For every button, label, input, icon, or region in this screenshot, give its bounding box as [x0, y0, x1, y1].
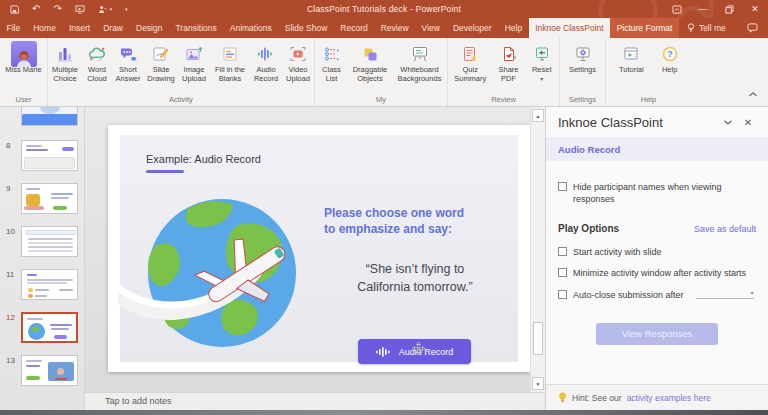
- tab-slide-show[interactable]: Slide Show: [278, 18, 334, 38]
- save-as-default-link[interactable]: Save as default: [694, 224, 756, 234]
- slide-audio-record-button[interactable]: Audio Record: [358, 339, 471, 364]
- tab-animations[interactable]: Animations: [223, 18, 278, 38]
- slide-number: 13: [6, 356, 15, 365]
- scroll-up-icon[interactable]: ▲: [532, 109, 544, 122]
- slide-number: 9: [6, 184, 10, 193]
- activity-examples-link[interactable]: activity examples here: [627, 393, 711, 403]
- whiteboard-backgrounds-icon: [410, 43, 430, 65]
- word-cloud-button[interactable]: Word Cloud: [82, 43, 112, 84]
- slide-canvas[interactable]: Example: Audio Record: [108, 125, 530, 372]
- user-avatar: [11, 41, 37, 67]
- view-responses-button[interactable]: View Responses: [596, 323, 718, 345]
- image-upload-button[interactable]: Image Upload: [178, 43, 210, 84]
- slide-number: 11: [6, 270, 14, 279]
- start-activity-option[interactable]: Start activity with slide: [558, 246, 756, 258]
- ribbon-display-options-icon[interactable]: [664, 0, 690, 18]
- title-bar: ↶ ↷ ▾ ▾ ClassPoint Tutorials deck - Powe…: [0, 0, 768, 18]
- ribbon-group-review: Quiz Summary Share PDF Reset ▾ Review: [448, 38, 560, 106]
- tab-developer[interactable]: Developer: [446, 18, 498, 38]
- slide-drawing-button[interactable]: Slide Drawing: [144, 43, 178, 84]
- ribbon-group-help: Tutorial ? Help Help: [606, 38, 691, 106]
- tab-insert[interactable]: Insert: [62, 18, 96, 38]
- undo-icon[interactable]: ↶: [32, 4, 40, 14]
- question-mark-icon: ?: [660, 43, 680, 65]
- user-profile-button[interactable]: Miss Marie: [4, 43, 44, 75]
- gear-icon: [573, 43, 593, 65]
- tell-me-button[interactable]: Tell me: [679, 18, 734, 38]
- quick-access-toolbar: ↶ ↷ ▾ ▾: [0, 4, 128, 14]
- auto-close-checkbox[interactable]: [558, 290, 567, 299]
- short-answer-button[interactable]: Short Answer: [112, 43, 144, 84]
- tab-design[interactable]: Design: [130, 18, 169, 38]
- fill-in-the-blanks-button[interactable]: Fill in the Blanks: [210, 43, 250, 84]
- ribbon-group-settings: Settings Settings: [560, 38, 606, 106]
- group-label-help: Help: [606, 95, 691, 104]
- tab-inknoe-classpoint[interactable]: Inknoe ClassPoint: [529, 18, 611, 38]
- close-icon[interactable]: ✕: [742, 0, 768, 18]
- tab-home[interactable]: Home: [27, 18, 63, 38]
- save-icon[interactable]: [10, 5, 19, 14]
- help-button[interactable]: ? Help: [657, 43, 683, 75]
- hide-names-checkbox[interactable]: [558, 182, 567, 191]
- draggable-objects-icon: [360, 43, 380, 65]
- task-pane-header: Inknoe ClassPoint ✕: [546, 107, 768, 137]
- tab-help[interactable]: Help: [498, 18, 528, 38]
- classpoint-task-pane: Inknoe ClassPoint ✕ Audio Record Hide pa…: [545, 107, 768, 410]
- lightbulb-icon: [558, 392, 567, 404]
- scrollbar-thumb[interactable]: [533, 322, 543, 355]
- settings-button[interactable]: Settings: [563, 43, 603, 75]
- tab-picture-format[interactable]: Picture Format: [610, 18, 679, 38]
- whiteboard-backgrounds-button[interactable]: Whiteboard Backgrounds: [394, 43, 446, 84]
- start-activity-checkbox[interactable]: [558, 247, 567, 256]
- minimize-icon[interactable]: —: [690, 0, 716, 18]
- tutorial-button[interactable]: Tutorial: [614, 43, 648, 75]
- auto-close-option[interactable]: Auto-close submission after ▾: [558, 289, 756, 301]
- notes-area[interactable]: Tap to add notes: [85, 392, 545, 410]
- comments-icon[interactable]: [747, 18, 768, 38]
- class-list-button[interactable]: Class List: [317, 43, 347, 84]
- redo-icon[interactable]: ↷: [53, 4, 61, 14]
- minimize-window-checkbox[interactable]: [558, 268, 567, 277]
- tab-review[interactable]: Review: [374, 18, 415, 38]
- presenter-icon[interactable]: ▾: [98, 4, 112, 14]
- slide-thumbnail-panel: 8 9 10 11 12 13: [0, 107, 85, 410]
- hint-text: Hint: See our: [572, 393, 622, 403]
- collapse-ribbon-icon[interactable]: [748, 90, 758, 100]
- close-pane-icon[interactable]: ✕: [738, 112, 758, 132]
- scroll-down-icon[interactable]: ▼: [532, 377, 544, 390]
- start-slideshow-icon[interactable]: [75, 5, 85, 14]
- group-label-settings: Settings: [560, 95, 605, 104]
- slide-editor: Example: Audio Record: [85, 107, 545, 410]
- reset-button[interactable]: Reset ▾: [527, 43, 557, 82]
- slide-button-label: Audio Record: [399, 347, 454, 357]
- share-pdf-button[interactable]: Share PDF: [493, 43, 525, 84]
- tab-draw[interactable]: Draw: [97, 18, 130, 38]
- activity-section-header: Audio Record: [546, 137, 768, 161]
- group-label-activity: Activity: [48, 95, 314, 104]
- tab-view[interactable]: View: [415, 18, 446, 38]
- draggable-objects-button[interactable]: Draggable Objects: [348, 43, 392, 84]
- window-controls: — ✕: [664, 0, 768, 18]
- hide-names-option[interactable]: Hide participant names when viewing resp…: [558, 181, 743, 205]
- multiple-choice-button[interactable]: Multiple Choice: [48, 43, 82, 84]
- customize-quick-access-icon[interactable]: ▾: [125, 7, 128, 12]
- vertical-scrollbar[interactable]: ▲ ▼: [530, 107, 545, 392]
- tab-file[interactable]: File: [0, 18, 27, 38]
- video-upload-button[interactable]: Video Upload: [282, 43, 314, 84]
- auto-close-duration-dropdown[interactable]: ▾: [696, 289, 754, 299]
- tab-transitions[interactable]: Transitions: [169, 18, 223, 38]
- tab-record[interactable]: Record: [334, 18, 374, 38]
- start-activity-label: Start activity with slide: [573, 246, 662, 258]
- minimize-window-option[interactable]: Minimize activity window after activity …: [558, 267, 756, 279]
- task-pane-body: Hide participant names when viewing resp…: [546, 161, 768, 345]
- slide-number: 10: [6, 227, 15, 236]
- restore-icon[interactable]: [716, 0, 742, 18]
- reset-icon: [532, 43, 552, 65]
- quiz-summary-icon: [460, 43, 480, 65]
- quiz-summary-button[interactable]: Quiz Summary: [450, 43, 490, 84]
- audio-record-button[interactable]: Audio Record: [250, 43, 282, 84]
- ribbon-tabs: File Home Insert Draw Design Transitions…: [0, 18, 768, 38]
- fill-in-the-blanks-icon: [220, 43, 240, 65]
- reset-dropdown-arrow[interactable]: ▾: [540, 76, 543, 82]
- chevron-down-icon[interactable]: [718, 112, 738, 132]
